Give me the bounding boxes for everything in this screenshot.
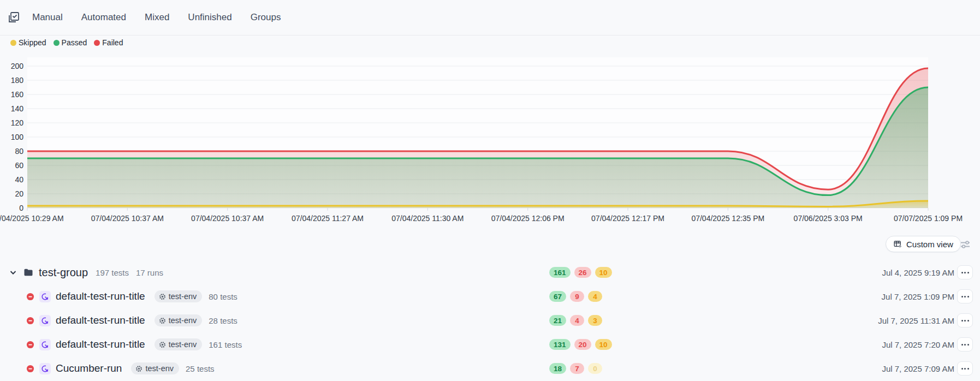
legend-item-failed[interactable]: Failed [94, 38, 123, 47]
chart-y-axis: 020406080100120140160180200 [0, 57, 23, 216]
chart-x-axis: 07/04/2025 10:29 AM07/04/2025 10:37 AM07… [0, 213, 980, 225]
result-badges: 67 9 4 [549, 291, 602, 302]
legend-label: Failed [102, 38, 123, 47]
custom-view-button[interactable]: Custom view [886, 236, 961, 252]
y-tick-label: 0 [0, 204, 23, 212]
table-settings-icon [893, 240, 902, 249]
failed-dot-icon [94, 40, 100, 46]
result-badges: 18 7 0 [549, 363, 602, 374]
display-settings-icon[interactable] [959, 239, 971, 251]
x-tick-label: 07/04/2025 12:35 PM [691, 214, 764, 223]
legend-item-passed[interactable]: Passed [54, 38, 87, 47]
passed-badge: 67 [549, 291, 566, 302]
environment-label: test-env [169, 316, 197, 325]
environment-label: test-env [169, 340, 197, 349]
x-tick-label: 07/04/2025 10:37 AM [91, 214, 164, 223]
test-run-icon [39, 315, 51, 326]
run-title: Cucumber-run [56, 362, 122, 374]
run-tests-count: 80 tests [209, 292, 237, 301]
y-tick-label: 200 [0, 62, 23, 70]
more-actions-button[interactable] [957, 361, 973, 376]
legend-item-skipped[interactable]: Skipped [10, 38, 46, 47]
run-tests-count: 28 tests [209, 316, 237, 325]
test-runs-list: test-group 197 tests 17 runs 161 26 10 J… [0, 260, 980, 380]
environment-badge[interactable]: test-env [155, 338, 203, 350]
failed-status-icon [26, 341, 34, 349]
custom-view-label: Custom view [906, 240, 953, 249]
bulk-select-icon[interactable] [7, 11, 20, 24]
failed-status-icon [26, 317, 34, 325]
table-row-run[interactable]: Cucumber-run test-env 25 tests 18 7 0 Ju… [0, 356, 980, 380]
group-runs-count: 17 runs [136, 268, 163, 277]
result-badges: 161 26 10 [549, 267, 612, 278]
x-tick-label: 07/06/2025 3:03 PM [794, 214, 863, 223]
y-tick-label: 40 [0, 175, 23, 184]
x-tick-label: 07/04/2025 12:06 PM [491, 214, 565, 223]
more-actions-button[interactable] [957, 337, 973, 352]
y-tick-label: 120 [0, 118, 23, 127]
y-tick-label: 20 [0, 189, 23, 198]
x-tick-label: 07/04/2025 11:27 AM [292, 214, 364, 223]
legend-label: Skipped [19, 38, 46, 47]
chart-legend: Skipped Passed Failed [10, 38, 123, 47]
group-title: test-group [39, 266, 88, 279]
skipped-badge: 3 [588, 315, 602, 326]
x-tick-label: 07/04/2025 10:29 AM [0, 214, 64, 223]
result-badges: 21 4 3 [549, 315, 602, 326]
passed-badge: 131 [549, 339, 571, 350]
skipped-badge: 0 [588, 363, 602, 374]
test-run-icon [39, 339, 51, 350]
y-tick-label: 160 [0, 90, 23, 99]
run-date: Jul 7, 2025 7:09 AM [882, 364, 954, 373]
gear-icon [159, 341, 166, 348]
chevron-down-icon[interactable] [9, 268, 17, 277]
failed-badge: 7 [570, 363, 584, 374]
run-date: Jul 4, 2025 9:19 AM [882, 268, 954, 277]
table-row-run[interactable]: default-test-run-title test-env 80 tests… [0, 284, 980, 308]
test-results-area-chart [27, 57, 928, 208]
more-actions-button[interactable] [957, 265, 973, 279]
failed-badge: 9 [570, 291, 584, 302]
table-row-group[interactable]: test-group 197 tests 17 runs 161 26 10 J… [0, 260, 980, 284]
folder-icon [23, 267, 34, 278]
x-tick-label: 07/04/2025 12:17 PM [591, 214, 664, 223]
tab-mixed[interactable]: Mixed [145, 10, 169, 25]
failed-badge: 4 [570, 315, 584, 326]
tab-unfinished[interactable]: Unfinished [188, 10, 231, 25]
skipped-badge: 4 [588, 291, 602, 302]
run-date: Jul 7, 2025 11:31 AM [878, 316, 954, 325]
x-tick-label: 07/04/2025 10:37 AM [191, 214, 264, 223]
more-actions-button[interactable] [957, 289, 973, 303]
gear-icon [135, 365, 142, 372]
more-actions-button[interactable] [957, 313, 973, 328]
failed-status-icon [26, 365, 34, 373]
tab-groups[interactable]: Groups [251, 10, 281, 25]
environment-badge[interactable]: test-env [155, 314, 203, 326]
passed-badge: 21 [549, 315, 566, 326]
y-tick-label: 80 [0, 147, 23, 156]
run-tests-count: 161 tests [209, 340, 242, 349]
passed-dot-icon [54, 40, 60, 46]
table-row-run[interactable]: default-test-run-title test-env 161 test… [0, 332, 980, 356]
skipped-badge: 10 [595, 339, 612, 350]
environment-label: test-env [145, 364, 174, 373]
x-tick-label: 07/04/2025 11:30 AM [391, 214, 464, 223]
result-badges: 131 20 10 [549, 339, 612, 350]
failed-badge: 26 [574, 267, 591, 278]
group-tests-count: 197 tests [96, 268, 129, 277]
passed-badge: 161 [549, 267, 571, 278]
gear-icon [159, 293, 166, 300]
run-date: Jul 7, 2025 1:09 PM [882, 292, 954, 301]
tab-automated[interactable]: Automated [81, 10, 126, 25]
environment-badge[interactable]: test-env [155, 290, 203, 302]
y-tick-label: 180 [0, 76, 23, 85]
tab-manual[interactable]: Manual [32, 10, 63, 25]
legend-label: Passed [62, 38, 87, 47]
test-run-icon [39, 291, 51, 302]
view-tabs: Manual Automated Mixed Unfinished Groups [32, 10, 281, 25]
y-tick-label: 140 [0, 104, 23, 113]
table-row-run[interactable]: default-test-run-title test-env 28 tests… [0, 308, 980, 332]
gear-icon [159, 317, 166, 324]
environment-badge[interactable]: test-env [131, 362, 179, 374]
top-tab-bar: Manual Automated Mixed Unfinished Groups [0, 0, 980, 35]
